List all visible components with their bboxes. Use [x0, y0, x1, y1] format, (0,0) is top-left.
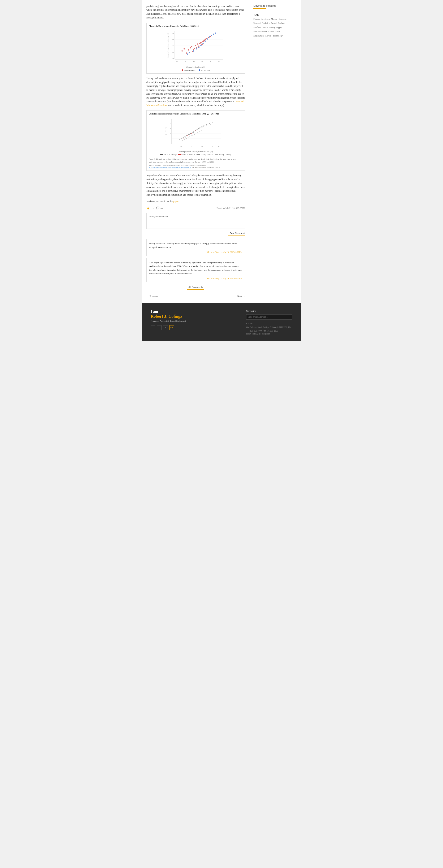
comments-list: Nicely discussed. Certainly I will look …	[146, 239, 245, 282]
tags-section: Tags FinanceInvestmentMoneyEconomyResear…	[254, 13, 289, 38]
tag-item[interactable]: Return	[263, 26, 268, 30]
figure-caption: Figure 6: The quit rate and the hiring r…	[149, 157, 243, 163]
svg-text:10: 10	[180, 145, 182, 147]
svg-point-40	[187, 54, 188, 55]
svg-point-50	[211, 35, 212, 36]
figure-source-label: Sources: National Quarterly Workforce in…	[149, 164, 206, 166]
svg-point-19	[183, 48, 185, 50]
footer-name: Robert J. Colingz	[151, 314, 238, 319]
tag-item[interactable]: Demand	[254, 30, 261, 34]
tag-item[interactable]: Investment	[261, 18, 270, 21]
next-link[interactable]: Next →	[237, 295, 245, 298]
download-resume-title: Download Resume	[254, 4, 289, 7]
svg-point-73	[185, 137, 186, 137]
tag-item[interactable]: Share	[275, 30, 280, 34]
svg-point-47	[205, 40, 206, 42]
svg-text:-50: -50	[176, 61, 178, 62]
legend-item-2: 2000-Q1–2006-Q4	[178, 154, 195, 156]
next-arrow-icon: →	[243, 295, 245, 298]
tag-item[interactable]: Employment	[254, 35, 264, 38]
body-text1: To step back and interpret what's going …	[146, 76, 245, 107]
svg-point-44	[198, 47, 200, 48]
twitter-icon[interactable]: t	[157, 325, 161, 330]
google-plus-icon[interactable]: G+	[170, 325, 174, 330]
post-comment-button[interactable]: Post Comment	[230, 231, 245, 236]
post-comment-section: Post Comment	[146, 231, 245, 236]
paper-text-span: We hope you check out the	[146, 200, 173, 203]
svg-point-30	[198, 45, 200, 47]
svg-point-51	[213, 34, 214, 35]
svg-text:12: 12	[201, 145, 203, 147]
svg-point-33	[201, 44, 203, 45]
comment-text-2: This paper argues that the decline in mo…	[149, 261, 242, 276]
comments-count: 56	[160, 207, 163, 210]
tag-item[interactable]: Model	[261, 30, 267, 34]
svg-text:11: 11	[191, 145, 192, 147]
svg-text:10: 10	[201, 61, 203, 62]
paper-link[interactable]: paper.	[173, 200, 179, 203]
likes-item: 👍 112	[146, 207, 154, 210]
chart1-svg: 60 50 40 30 20 -50 -30 -10 10 30 50 Chan…	[166, 29, 225, 66]
chart2-legend: 1992-Q2–2000-Q4 2000-Q1–2006-Q4 2001-Q1–…	[149, 154, 243, 156]
tag-item[interactable]: Wealth	[271, 22, 277, 25]
legend-item-4: 2009-Q1–2014-Q4	[215, 154, 231, 156]
svg-text:3: 3	[170, 127, 171, 129]
svg-point-18	[181, 50, 183, 52]
tag-item[interactable]: Analysis	[278, 22, 285, 25]
svg-text:4: 4	[170, 122, 171, 124]
tag-item[interactable]: Advice	[265, 35, 271, 38]
svg-point-48	[207, 38, 208, 40]
comment-author-2: McLaren Yung on July 29, 2016 09:22PM	[149, 277, 242, 280]
tag-item[interactable]: Statistics	[262, 22, 269, 25]
figure-source-link[interactable]: http://lehd.ces.census.gov/data/qwi/v419…	[149, 166, 191, 168]
tag-item[interactable]: Supply	[276, 26, 282, 30]
svg-point-46	[202, 42, 204, 44]
svg-text:Change in Average Quarterly Ea: Change in Average Quarterly Earnings (%)	[167, 33, 169, 58]
facebook-icon[interactable]: f	[151, 325, 155, 330]
svg-point-27	[195, 45, 196, 46]
svg-point-22	[190, 47, 191, 49]
prev-label: Previous	[150, 295, 158, 298]
tag-item[interactable]: Market	[268, 30, 274, 34]
chart2-container: Quit Rate versus Nonemployment-Employmen…	[146, 110, 245, 171]
tag-item[interactable]: Money	[271, 18, 277, 21]
tag-item[interactable]: Research	[254, 22, 261, 25]
svg-point-69	[183, 138, 183, 138]
next-label: Next	[237, 295, 242, 298]
svg-point-71	[191, 133, 192, 134]
post-meta: 👍 112 💬 56 Posted on July 21, 2016 05:25…	[146, 207, 245, 210]
thumbs-up-icon: 👍	[146, 207, 150, 210]
contact-email: robert_colingz@c-blog.com	[246, 333, 292, 335]
body-text1-span: To step back and interpret what's going …	[146, 77, 243, 91]
all-comments-button[interactable]: All Comments	[188, 286, 203, 288]
svg-point-21	[188, 49, 189, 51]
svg-text:50: 50	[218, 61, 220, 62]
svg-text:40: 40	[172, 45, 174, 47]
tag-item[interactable]: Portfolio	[254, 26, 261, 30]
svg-text:50: 50	[172, 39, 174, 40]
tag-item[interactable]: Finance	[254, 18, 260, 21]
footer: I am Robert J. Colingz Financial Analyst…	[142, 303, 301, 341]
chart1-container: Change in Earnings vs. Change in Quit Ra…	[146, 23, 245, 73]
svg-point-31	[199, 43, 201, 44]
svg-point-32	[200, 42, 202, 43]
prev-link[interactable]: ← Previous	[146, 295, 158, 298]
tag-item[interactable]: Theory	[269, 26, 275, 30]
all-comments-section: All Comments	[146, 285, 245, 290]
svg-point-74	[189, 134, 190, 135]
comment-author-1: McLaren Yung on July 29, 2016 09:22PM	[149, 251, 242, 253]
chart1-legend: Young Workers All Workers	[149, 69, 243, 71]
comment-input[interactable]	[149, 215, 243, 226]
figure-source: Sources: National Quarterly Workforce in…	[149, 164, 243, 168]
svg-text:1: 1	[170, 138, 171, 140]
tag-item[interactable]: Economy	[278, 18, 287, 21]
email-input[interactable]	[246, 314, 292, 319]
tags-title: Tags	[254, 13, 289, 16]
contact-address: Old College, South Bridge, Edinburgh EH8…	[246, 326, 292, 329]
tag-item[interactable]: Technology	[273, 35, 283, 38]
linkedin-icon[interactable]: in	[163, 325, 168, 330]
svg-point-45	[200, 45, 202, 46]
body-text4: Regardless of what you make of the merit…	[146, 174, 245, 197]
comment-item-2: This paper argues that the decline in mo…	[146, 258, 245, 282]
svg-text:30: 30	[172, 51, 174, 53]
